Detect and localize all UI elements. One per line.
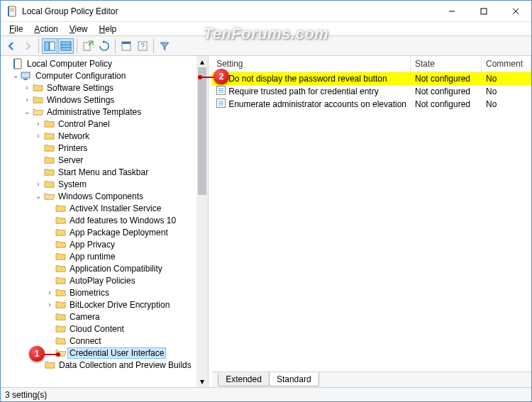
- scroll-up-icon[interactable]: ▴: [196, 56, 208, 67]
- menu-help[interactable]: Help: [94, 23, 123, 35]
- list-body[interactable]: Do not display the password reveal butto…: [212, 72, 531, 372]
- svg-rect-14: [84, 43, 90, 50]
- tree-wc-cloud[interactable]: Cloud Content: [1, 323, 196, 335]
- column-setting[interactable]: Setting: [212, 56, 411, 72]
- setting-name: Require trusted path for credential entr…: [228, 86, 378, 96]
- expanded-icon[interactable]: ⌄: [11, 72, 21, 79]
- folder-icon: [55, 263, 66, 274]
- tree-label: Software Settings: [45, 83, 115, 93]
- list-pane: Setting State Comment Do not display the…: [211, 56, 531, 387]
- collapsed-icon[interactable]: ›: [22, 84, 32, 91]
- folder-icon: [55, 227, 66, 238]
- tree-label: Administrative Templates: [45, 107, 143, 117]
- scroll-thumb[interactable]: [198, 67, 206, 195]
- export-button[interactable]: [80, 38, 96, 54]
- svg-rect-11: [61, 42, 71, 50]
- expanded-icon[interactable]: ⌄: [33, 192, 43, 200]
- tree-software-settings[interactable]: › Software Settings: [1, 82, 196, 94]
- svg-rect-6: [481, 9, 487, 14]
- svg-rect-4: [8, 6, 9, 16]
- folder-icon: [43, 167, 55, 178]
- column-comment[interactable]: Comment: [482, 56, 531, 72]
- tree-wc-bitlocker[interactable]: ›BitLocker Drive Encryption: [1, 298, 196, 311]
- tree-network[interactable]: ›Network: [1, 130, 196, 142]
- menu-action[interactable]: Action: [28, 23, 63, 35]
- tree-root[interactable]: Local Computer Policy: [1, 57, 196, 69]
- tree-wc-autoplay[interactable]: AutoPlay Policies: [1, 274, 196, 286]
- folder-icon: [43, 143, 55, 154]
- tree-wc-activex[interactable]: ActiveX Installer Service: [1, 202, 196, 214]
- policy-tree[interactable]: Local Computer Policy ⌄ Computer Configu…: [1, 56, 196, 372]
- tree-wc-add-features[interactable]: Add features to Windows 10: [1, 214, 196, 226]
- scroll-down-icon[interactable]: ▾: [196, 376, 208, 387]
- window-title: Local Group Policy Editor: [22, 6, 436, 16]
- folder-icon: [43, 179, 55, 190]
- tree-label: Windows Components: [57, 191, 145, 201]
- tree-wc-app-privacy[interactable]: App Privacy: [1, 238, 196, 250]
- main-area: Local Computer Policy ⌄ Computer Configu…: [1, 56, 531, 387]
- tree-windows-settings[interactable]: › Windows Settings: [1, 94, 196, 106]
- scroll-track[interactable]: [196, 67, 208, 376]
- menubar: File Action View Help: [1, 22, 531, 36]
- tree-server[interactable]: Server: [1, 154, 196, 166]
- maximize-button[interactable]: [467, 1, 499, 21]
- setting-comment: No: [482, 86, 531, 96]
- tree-wc-data-collection[interactable]: Data Collection and Preview Builds: [1, 359, 196, 371]
- back-button[interactable]: [4, 38, 19, 54]
- forward-button[interactable]: [20, 38, 35, 54]
- tree-admin-templates[interactable]: ⌄ Administrative Templates: [1, 106, 196, 118]
- tree-wc-biometrics[interactable]: ›Biometrics: [1, 286, 196, 298]
- svg-rect-9: [45, 42, 49, 50]
- tab-standard[interactable]: Standard: [269, 372, 319, 386]
- tree-label: AutoPlay Policies: [68, 276, 137, 286]
- svg-text:?: ?: [140, 43, 145, 50]
- show-list-button[interactable]: [58, 38, 74, 54]
- tree-start-menu[interactable]: Start Menu and Taskbar: [1, 166, 196, 178]
- folder-icon: [32, 82, 43, 94]
- folder-icon: [43, 118, 55, 130]
- refresh-button[interactable]: [96, 38, 112, 54]
- svg-rect-21: [21, 72, 30, 78]
- tree-wc-app-compat[interactable]: Application Compatibility: [1, 262, 196, 274]
- minimize-button[interactable]: [436, 1, 467, 21]
- setting-state: Not configured: [411, 99, 482, 109]
- tree-wc-connect[interactable]: Connect: [1, 335, 196, 347]
- list-item[interactable]: Enumerate administrator accounts on elev…: [212, 98, 531, 111]
- menu-view[interactable]: View: [64, 23, 94, 35]
- collapsed-icon[interactable]: ›: [45, 289, 55, 296]
- close-button[interactable]: [499, 1, 531, 21]
- column-state[interactable]: State: [411, 56, 482, 72]
- list-item[interactable]: Require trusted path for credential entr…: [212, 85, 531, 98]
- tree-label: Start Menu and Taskbar: [57, 167, 150, 177]
- setting-name: Do not display the password reveal butto…: [228, 74, 387, 84]
- tree-wc-app-package[interactable]: App Package Deployment: [1, 226, 196, 238]
- collapsed-icon[interactable]: ›: [45, 301, 55, 308]
- list-item[interactable]: Do not display the password reveal butto…: [212, 72, 531, 85]
- collapsed-icon[interactable]: ›: [33, 180, 43, 188]
- folder-icon: [55, 299, 66, 311]
- tree-label: Printers: [57, 143, 89, 153]
- menu-file[interactable]: File: [4, 23, 28, 35]
- collapsed-icon[interactable]: ›: [22, 96, 32, 104]
- collapsed-icon[interactable]: ›: [33, 120, 43, 128]
- tab-extended[interactable]: Extended: [218, 373, 270, 386]
- tree-control-panel[interactable]: ›Control Panel: [1, 118, 196, 130]
- tree-printers[interactable]: Printers: [1, 142, 196, 154]
- show-tree-button[interactable]: [42, 38, 57, 54]
- filter-button[interactable]: [157, 38, 172, 54]
- setting-icon: [216, 99, 226, 110]
- tree-label: Network: [57, 131, 91, 141]
- tree-windows-components[interactable]: ⌄Windows Components: [1, 190, 196, 202]
- tree-wc-app-runtime[interactable]: App runtime: [1, 250, 196, 262]
- tree-computer-config[interactable]: ⌄ Computer Configuration: [1, 69, 196, 82]
- properties-button[interactable]: [118, 38, 134, 54]
- help-button[interactable]: ?: [135, 38, 150, 54]
- tree-label: Control Panel: [57, 119, 111, 129]
- setting-icon: [216, 86, 226, 97]
- tree-label: Computer Configuration: [34, 71, 127, 81]
- tree-system[interactable]: ›System: [1, 178, 196, 190]
- tree-scrollbar[interactable]: ▴ ▾: [196, 56, 208, 387]
- collapsed-icon[interactable]: ›: [33, 132, 43, 140]
- tree-wc-camera[interactable]: Camera: [1, 311, 196, 323]
- expanded-icon[interactable]: ⌄: [22, 108, 32, 116]
